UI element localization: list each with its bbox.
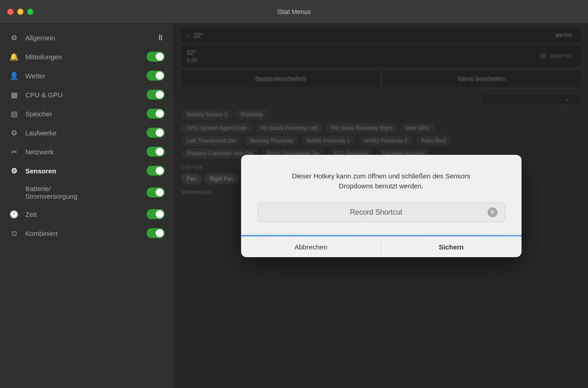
sidebar-item-allgemein[interactable]: ⚙ Allgemein ⏸ bbox=[0, 28, 174, 47]
sidebar-label: Sensoren bbox=[25, 167, 147, 175]
cpu-icon: ▦ bbox=[9, 90, 19, 100]
toggle-knob bbox=[156, 188, 164, 196]
sidebar-item-batterie[interactable]: Batterie/Stromversorgung bbox=[0, 180, 174, 205]
modal-backdrop: Dieser Hotkey kann zum öffnen und schlie… bbox=[174, 24, 588, 388]
sidebar-label: Laufwerke bbox=[25, 129, 147, 137]
shortcut-input-row[interactable]: Record Shortcut ✕ bbox=[257, 202, 505, 222]
speicher-toggle[interactable] bbox=[147, 109, 165, 119]
netzwerk-toggle[interactable] bbox=[147, 147, 165, 157]
sidebar-label: Netzwerk bbox=[25, 148, 147, 156]
weather-icon: 👤 bbox=[9, 71, 19, 81]
sidebar-label: Zeit bbox=[25, 211, 147, 218]
clock-icon: 🕐 bbox=[9, 209, 19, 219]
sidebar-item-speicher[interactable]: ▤ Speicher bbox=[0, 104, 174, 123]
toggle-check-icon: ✓ bbox=[158, 53, 162, 59]
modal-dialog: Dieser Hotkey kann zum öffnen und schlie… bbox=[241, 155, 522, 257]
modal-footer: Abbrechen Sichern bbox=[241, 236, 522, 257]
content-area: ≡ 22° AKTIV 22°3.2V ⚙ INAKTIV Tastaturku… bbox=[174, 24, 588, 388]
shortcut-clear-button[interactable]: ✕ bbox=[488, 207, 498, 217]
toggle-knob bbox=[156, 129, 164, 137]
sidebar-label: CPU & GPU bbox=[25, 91, 147, 99]
maximize-button[interactable] bbox=[27, 9, 33, 15]
wetter-toggle[interactable]: ✓ bbox=[147, 71, 165, 81]
toggle-check-icon: ✓ bbox=[158, 230, 162, 235]
shortcut-input-placeholder: Record Shortcut bbox=[265, 208, 488, 216]
bell-icon: 🔔 bbox=[9, 52, 19, 62]
main-layout: ⚙ Allgemein ⏸ 🔔 Mitteilungen ✓ 👤 Wetter … bbox=[0, 24, 588, 388]
window-title: iStat Menus bbox=[277, 8, 311, 15]
zeit-toggle[interactable]: ✓ bbox=[147, 209, 165, 219]
sidebar-label: Allgemein bbox=[25, 34, 156, 42]
modal-message: Dieser Hotkey kann zum öffnen und schlie… bbox=[257, 171, 505, 192]
battery-icon bbox=[9, 187, 19, 197]
pause-icon: ⏸ bbox=[156, 33, 165, 43]
title-bar: iStat Menus bbox=[0, 0, 588, 24]
sidebar-item-netzwerk[interactable]: ✂ Netzwerk bbox=[0, 142, 174, 161]
sensoren-toggle[interactable] bbox=[147, 166, 165, 176]
sidebar-item-laufwerke[interactable]: ⚙ Laufwerke bbox=[0, 123, 174, 142]
laufwerke-toggle[interactable] bbox=[147, 128, 165, 138]
minimize-button[interactable] bbox=[17, 9, 24, 15]
sidebar-label: Batterie/Stromversorgung bbox=[25, 185, 147, 200]
sidebar-label: Mitteilungen bbox=[25, 53, 147, 61]
toggle-knob bbox=[156, 167, 164, 175]
toggle-check-icon: ✓ bbox=[158, 211, 162, 216]
toggle-knob bbox=[156, 148, 164, 156]
sidebar-item-zeit[interactable]: 🕐 Zeit ✓ bbox=[0, 205, 174, 224]
cancel-button[interactable]: Abbrechen bbox=[241, 237, 382, 257]
sidebar-item-cpu-gpu[interactable]: ▦ CPU & GPU bbox=[0, 85, 174, 104]
sidebar-item-kombiniert[interactable]: ⊙ Kombiniert ✓ bbox=[0, 224, 174, 243]
toggle-check-icon: ✓ bbox=[158, 72, 162, 78]
network-icon: ✂ bbox=[9, 147, 19, 157]
memory-icon: ▤ bbox=[9, 109, 19, 119]
combined-icon: ⊙ bbox=[9, 228, 19, 238]
kombiniert-toggle[interactable]: ✓ bbox=[147, 228, 165, 238]
batterie-toggle[interactable] bbox=[147, 187, 165, 197]
sidebar-item-mitteilungen[interactable]: 🔔 Mitteilungen ✓ bbox=[0, 47, 174, 66]
close-button[interactable] bbox=[7, 9, 14, 15]
traffic-lights bbox=[7, 9, 33, 15]
mitteilungen-toggle[interactable]: ✓ bbox=[147, 52, 165, 62]
cpu-toggle[interactable] bbox=[147, 90, 165, 100]
sidebar-item-wetter[interactable]: 👤 Wetter ✓ bbox=[0, 66, 174, 85]
sidebar-item-sensoren[interactable]: ⚙ Sensoren bbox=[0, 161, 174, 180]
sensor-icon: ⚙ bbox=[9, 166, 19, 176]
sidebar-label: Speicher bbox=[25, 110, 147, 118]
sidebar-label: Kombiniert bbox=[25, 230, 147, 237]
modal-body: Dieser Hotkey kann zum öffnen und schlie… bbox=[257, 171, 505, 222]
sidebar-label: Wetter bbox=[25, 72, 147, 80]
sidebar: ⚙ Allgemein ⏸ 🔔 Mitteilungen ✓ 👤 Wetter … bbox=[0, 24, 174, 388]
save-button[interactable]: Sichern bbox=[381, 237, 522, 257]
disk-icon: ⚙ bbox=[9, 128, 19, 138]
toggle-knob bbox=[156, 110, 164, 118]
gear-icon: ⚙ bbox=[9, 33, 19, 43]
toggle-knob bbox=[156, 91, 164, 99]
